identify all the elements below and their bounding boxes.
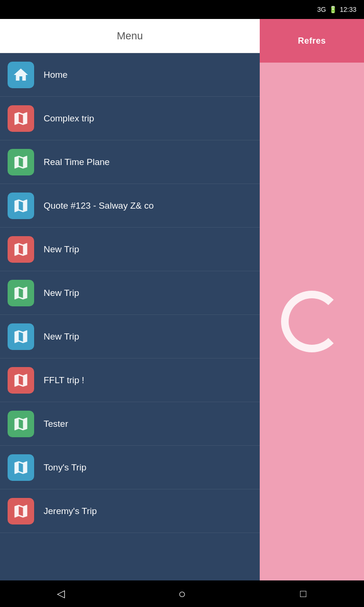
home-nav-icon: ○ — [178, 587, 186, 601]
menu-item-home[interactable]: Home — [0, 53, 260, 97]
menu-item-quote-123-label: Quote #123 - Salway Z& co — [44, 201, 154, 211]
menu-item-new-trip-3-label: New Trip — [44, 331, 79, 342]
menu-title: Menu — [117, 30, 143, 42]
back-icon: ◁ — [57, 588, 65, 600]
menu-list: Home Complex trip Real Time Plane — [0, 53, 260, 580]
map-icon-realtime — [12, 154, 29, 171]
map-icon-new-trip-3 — [12, 328, 29, 345]
signal-icon: 3G — [317, 6, 326, 13]
real-time-plane-icon-bg — [8, 149, 34, 175]
time-display: 12:33 — [340, 6, 356, 13]
menu-item-complex-trip-label: Complex trip — [44, 113, 94, 124]
home-icon-bg — [8, 62, 34, 88]
new-trip-1-icon-bg — [8, 236, 34, 263]
refresh-button[interactable]: Refres — [260, 19, 364, 63]
map-icon-complex — [12, 110, 29, 127]
menu-item-new-trip-2-label: New Trip — [44, 288, 79, 298]
menu-item-fflt-trip[interactable]: FFLT trip ! — [0, 359, 260, 402]
menu-panel: Menu Home Complex trip — [0, 19, 260, 580]
menu-item-real-time-plane-label: Real Time Plane — [44, 157, 109, 167]
battery-icon: 🔋 — [329, 6, 337, 13]
complex-trip-icon-bg — [8, 105, 34, 132]
tonys-trip-icon-bg — [8, 454, 34, 481]
map-icon-quote — [12, 197, 29, 214]
map-icon-tonys-trip — [12, 459, 29, 476]
new-trip-3-icon-bg — [8, 323, 34, 350]
menu-item-tonys-trip[interactable]: Tony's Trip — [0, 446, 260, 489]
menu-item-tester-label: Tester — [44, 419, 68, 429]
fflt-trip-icon-bg — [8, 367, 34, 394]
right-panel: Refres — [260, 19, 364, 580]
recents-icon: □ — [300, 588, 306, 600]
menu-item-new-trip-1-label: New Trip — [44, 244, 79, 255]
menu-header: Menu — [0, 19, 260, 53]
back-button[interactable]: ◁ — [42, 580, 80, 607]
menu-item-new-trip-3[interactable]: New Trip — [0, 315, 260, 359]
menu-item-home-label: Home — [44, 70, 68, 80]
menu-item-jeremys-trip[interactable]: Jeremy's Trip — [0, 489, 260, 533]
map-icon-fflt — [12, 372, 29, 389]
refresh-icon-area — [260, 63, 364, 580]
menu-item-jeremys-trip-label: Jeremy's Trip — [44, 506, 97, 516]
map-icon-jeremys-trip — [12, 503, 29, 520]
refresh-spinner-icon — [281, 291, 343, 352]
home-button[interactable]: ○ — [163, 580, 201, 607]
bottom-nav: ◁ ○ □ — [0, 580, 364, 607]
main-layout: Menu Home Complex trip — [0, 19, 364, 580]
map-icon-new-trip-1 — [12, 241, 29, 258]
status-icons: 3G 🔋 12:33 — [317, 6, 356, 13]
map-icon-new-trip-2 — [12, 285, 29, 302]
jeremys-trip-icon-bg — [8, 498, 34, 524]
menu-item-fflt-trip-label: FFLT trip ! — [44, 375, 84, 386]
menu-item-new-trip-2[interactable]: New Trip — [0, 271, 260, 315]
quote-123-icon-bg — [8, 193, 34, 219]
menu-item-quote-123[interactable]: Quote #123 - Salway Z& co — [0, 184, 260, 228]
home-icon — [12, 66, 29, 83]
menu-item-tonys-trip-label: Tony's Trip — [44, 462, 86, 473]
menu-item-new-trip-1[interactable]: New Trip — [0, 228, 260, 271]
menu-item-tester[interactable]: Tester — [0, 402, 260, 446]
status-bar: 3G 🔋 12:33 — [0, 0, 364, 19]
menu-item-real-time-plane[interactable]: Real Time Plane — [0, 140, 260, 184]
new-trip-2-icon-bg — [8, 280, 34, 306]
menu-item-complex-trip[interactable]: Complex trip — [0, 97, 260, 140]
map-icon-tester — [12, 415, 29, 432]
recents-button[interactable]: □ — [284, 580, 322, 607]
tester-icon-bg — [8, 411, 34, 437]
refresh-label: Refres — [298, 36, 326, 46]
